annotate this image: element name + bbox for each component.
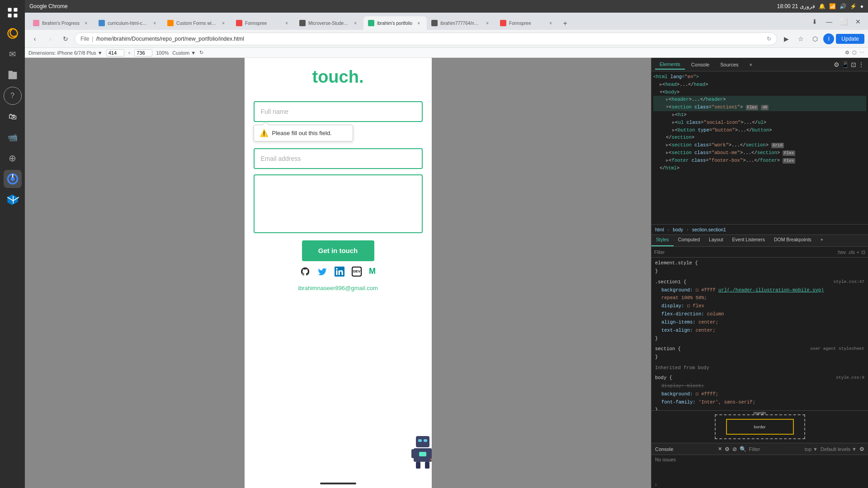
app-menu-icon[interactable]: ⊕ bbox=[4, 149, 22, 167]
devtools-inspect-icon[interactable]: ⊡ bbox=[851, 61, 856, 68]
width-input[interactable] bbox=[106, 49, 124, 56]
devtools-inspector-btn[interactable]: ⬡ bbox=[852, 50, 857, 56]
tab-formspree-2[interactable]: Formspree × bbox=[495, 16, 559, 30]
tab-close-4[interactable]: × bbox=[283, 19, 290, 27]
elements-body-tag: ▼<body> bbox=[653, 89, 866, 96]
height-input[interactable] bbox=[134, 49, 152, 56]
extensions-button[interactable]: ⬡ bbox=[809, 33, 821, 45]
console-input[interactable] bbox=[659, 482, 865, 487]
devtools-device-icon[interactable]: 📱 bbox=[841, 61, 849, 68]
tab-close-1[interactable]: × bbox=[82, 19, 90, 27]
devtools-settings-btn[interactable]: ⚙ bbox=[845, 50, 849, 56]
email-input[interactable] bbox=[254, 148, 423, 169]
address-bar[interactable]: File | /home/ibrahim/Documents/repo_port… bbox=[75, 33, 777, 45]
console-top-selector[interactable]: top ▼ bbox=[805, 446, 818, 452]
tab-close-6[interactable]: × bbox=[415, 19, 422, 27]
tab-ibrahim-new[interactable]: ibrahim777764/new... × bbox=[427, 16, 495, 30]
update-button[interactable]: Update bbox=[836, 34, 864, 44]
twitter-icon[interactable] bbox=[317, 267, 327, 279]
console-settings-btn[interactable]: ⚙ bbox=[725, 446, 730, 452]
restore-down-button[interactable]: ⬇ bbox=[808, 15, 821, 28]
tab-portfolio[interactable]: ibrahim's portfolio × bbox=[363, 16, 427, 30]
wifi-icon: 📶 bbox=[829, 3, 836, 9]
play-button[interactable]: ▶ bbox=[780, 33, 793, 45]
styles-tab-events[interactable]: Event Listeners bbox=[728, 235, 769, 246]
message-textarea[interactable] bbox=[254, 174, 423, 233]
devtools-more-icon[interactable]: ⋮ bbox=[858, 61, 864, 68]
devtools-settings-icon[interactable]: ⚙ bbox=[834, 61, 840, 68]
tab-custom-forms[interactable]: Custom Forms with... × bbox=[163, 16, 231, 30]
styles-tab-add[interactable]: + bbox=[816, 235, 828, 246]
zoom-icon[interactable]: 📹 bbox=[4, 128, 22, 146]
rotate-button[interactable]: ↻ bbox=[199, 50, 203, 56]
styles-tab-dom-breakpoints[interactable]: DOM Breakpoints bbox=[769, 235, 816, 246]
devtools-tab-sources[interactable]: Sources bbox=[716, 60, 743, 69]
linkedin-icon[interactable] bbox=[335, 267, 344, 279]
tab-curriculum[interactable]: curriculum-html-css-... × bbox=[94, 16, 163, 30]
maximize-button[interactable]: ⬜ bbox=[837, 15, 850, 28]
medium-icon[interactable]: M bbox=[369, 267, 376, 279]
activities-icon[interactable] bbox=[4, 4, 22, 22]
tab-close-2[interactable]: × bbox=[151, 19, 158, 27]
github-icon[interactable] bbox=[300, 267, 310, 279]
chrome-taskbar-icon[interactable] bbox=[4, 170, 22, 188]
devtools-tab-close[interactable]: × bbox=[745, 60, 757, 69]
tab-formspree-1[interactable]: Formspree × bbox=[231, 16, 295, 30]
forward-button[interactable]: › bbox=[44, 33, 57, 45]
custom-selector[interactable]: Custom ▼ bbox=[172, 50, 196, 56]
breadcrumb-body[interactable]: body bbox=[673, 227, 683, 232]
files-icon[interactable] bbox=[4, 66, 22, 84]
profile-button[interactable]: I bbox=[823, 33, 834, 44]
breadcrumb-html[interactable]: html bbox=[655, 227, 664, 232]
help-icon[interactable]: ? bbox=[4, 87, 22, 105]
styles-tab-layout[interactable]: Layout bbox=[704, 235, 728, 246]
styles-tab-computed[interactable]: Computed bbox=[674, 235, 704, 246]
close-window-button[interactable]: ✕ bbox=[852, 15, 864, 28]
tab-close-7[interactable]: × bbox=[484, 19, 491, 27]
tab-close-5[interactable]: × bbox=[352, 19, 359, 27]
get-in-touch-button[interactable]: Get in touch bbox=[302, 240, 374, 261]
breadcrumb-sep1: › bbox=[668, 227, 670, 232]
taskbar: ✉ ? 🛍 📹 ⊕ bbox=[0, 0, 25, 488]
tab-close-3[interactable]: × bbox=[220, 19, 227, 27]
devtools-tab-console[interactable]: Console bbox=[687, 60, 714, 69]
bookmark-button[interactable]: ☆ bbox=[794, 33, 807, 45]
firefox-icon[interactable] bbox=[4, 24, 22, 42]
svg-rect-2 bbox=[8, 14, 11, 17]
tab-favicon-5 bbox=[299, 20, 306, 26]
tab-close-8[interactable]: × bbox=[547, 19, 554, 27]
styles-tab-styles[interactable]: Styles bbox=[651, 235, 674, 246]
filter-cls[interactable]: .cls bbox=[848, 249, 855, 255]
full-name-input[interactable] bbox=[254, 101, 423, 122]
devtools-more-btn[interactable]: ⋯ bbox=[859, 50, 864, 56]
filter-hov[interactable]: :hov bbox=[837, 249, 846, 255]
dev-icon[interactable]: DEV bbox=[352, 267, 362, 277]
titlebar: Google Chrome 18:00 21 فروری 🔔 📶 🔊 ⚡ ● bbox=[25, 0, 868, 13]
styles-tabs: Styles Computed Layout Event Listeners D… bbox=[651, 235, 868, 247]
store-icon[interactable]: 🛍 bbox=[4, 108, 22, 126]
back-button[interactable]: ‹ bbox=[28, 33, 41, 45]
elements-about-tag: ▶<section class="about-me">...</section>… bbox=[653, 149, 866, 157]
tab-ibrahim-progress[interactable]: Ibrahim's Progress × bbox=[28, 16, 94, 30]
svg-rect-9 bbox=[418, 439, 422, 442]
svg-point-6 bbox=[10, 177, 14, 181]
devtools-tab-elements[interactable]: Elements bbox=[655, 60, 685, 70]
console-close-btn[interactable]: ✕ bbox=[718, 446, 722, 452]
tab-microverse[interactable]: Microverse-Student... × bbox=[295, 16, 363, 30]
breadcrumb-section[interactable]: section.section1 bbox=[692, 227, 726, 232]
reload-button[interactable]: ↻ bbox=[59, 33, 72, 45]
console-filter-icon[interactable]: 🔍 bbox=[740, 446, 746, 452]
zoom-selector[interactable]: 100% bbox=[156, 50, 169, 56]
console-more-settings[interactable]: ⚙ bbox=[859, 446, 864, 452]
filter-add[interactable]: + bbox=[857, 249, 859, 255]
device-selector[interactable]: Dimensions: iPhone 6/7/8 Plus ▼ bbox=[28, 50, 103, 56]
console-block-btn[interactable]: ⊘ bbox=[732, 446, 737, 452]
vscode-icon[interactable] bbox=[4, 191, 22, 209]
minimize-button[interactable]: — bbox=[823, 15, 835, 28]
new-tab-button[interactable]: + bbox=[559, 17, 571, 30]
email-icon[interactable]: ✉ bbox=[4, 45, 22, 63]
email-display: ibrahimnaseer896@gmail.com bbox=[298, 285, 378, 291]
console-levels-selector[interactable]: Default levels ▼ bbox=[821, 446, 857, 452]
filter-icon[interactable]: ⊡ bbox=[861, 249, 865, 255]
elements-section1-tag[interactable]: ▼<section class="section1"> Flex 40 bbox=[653, 103, 866, 111]
